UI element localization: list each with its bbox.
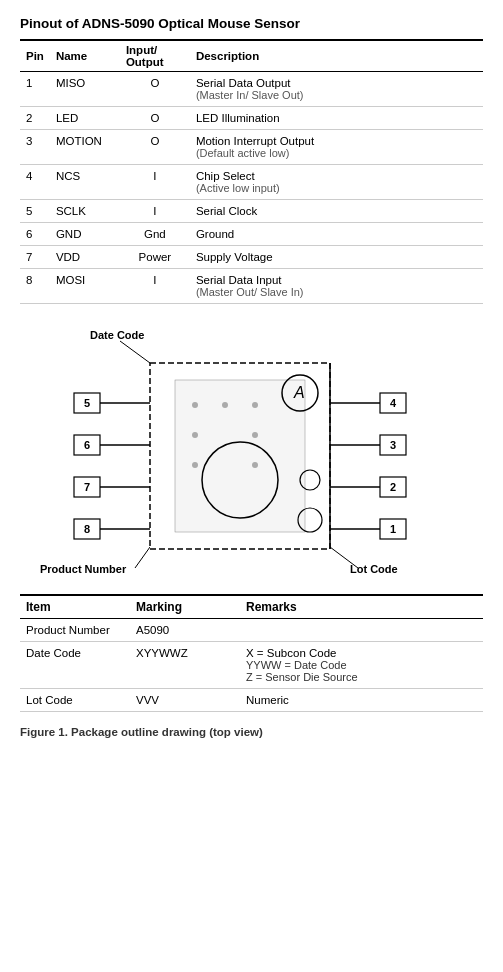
table-row: 1MISOOSerial Data Output(Master In/ Slav…	[20, 72, 483, 107]
cell-pin: 3	[20, 130, 50, 165]
cell-desc-sub: (Active low input)	[196, 182, 477, 194]
col-item: Item	[20, 595, 130, 619]
cell-pin: 5	[20, 200, 50, 223]
cell-pin: 1	[20, 72, 50, 107]
cell-desc-sub: (Master Out/ Slave In)	[196, 286, 477, 298]
figure-caption: Figure 1. Package outline drawing (top v…	[20, 726, 483, 738]
cell-io: I	[120, 200, 190, 223]
svg-point-10	[192, 402, 198, 408]
cell-io: I	[120, 269, 190, 304]
svg-text:1: 1	[390, 523, 396, 535]
col-name: Name	[50, 40, 120, 72]
remarks-line: X = Subcon Code	[246, 647, 477, 659]
remarks-line: YYWW = Date Code	[246, 659, 477, 671]
cell-io: O	[120, 72, 190, 107]
cell-desc: Serial Clock	[190, 200, 483, 223]
cell-io: Gnd	[120, 223, 190, 246]
cell-desc: Serial Data Input(Master Out/ Slave In)	[190, 269, 483, 304]
cell-name: MISO	[50, 72, 120, 107]
marking-row: Product NumberA5090	[20, 619, 483, 642]
table-row: 7VDDPowerSupply Voltage	[20, 246, 483, 269]
cell-item: Product Number	[20, 619, 130, 642]
svg-text:A: A	[293, 384, 305, 401]
marking-section: Item Marking Remarks Product NumberA5090…	[20, 594, 483, 712]
cell-io: O	[120, 130, 190, 165]
pinout-table: Pin Name Input/Output Description 1MISOO…	[20, 39, 483, 304]
ic-diagram: Date Code Product Number Lot Code A	[20, 320, 483, 590]
cell-marking: XYYWWZ	[130, 642, 240, 689]
svg-text:Product Number: Product Number	[40, 563, 127, 575]
cell-desc-sub: (Default active low)	[196, 147, 477, 159]
col-pin: Pin	[20, 40, 50, 72]
svg-point-11	[222, 402, 228, 408]
cell-io: I	[120, 165, 190, 200]
svg-point-14	[252, 432, 258, 438]
svg-point-12	[252, 402, 258, 408]
cell-name: GND	[50, 223, 120, 246]
svg-text:8: 8	[84, 523, 90, 535]
table-row: 8MOSIISerial Data Input(Master Out/ Slav…	[20, 269, 483, 304]
svg-line-1	[120, 341, 150, 363]
table-row: 3MOTIONOMotion Interrupt Output(Default …	[20, 130, 483, 165]
cell-remarks: X = Subcon CodeYYWW = Date CodeZ = Senso…	[240, 642, 483, 689]
svg-text:Date Code: Date Code	[90, 329, 144, 341]
cell-io: O	[120, 107, 190, 130]
cell-desc: Supply Voltage	[190, 246, 483, 269]
cell-name: MOTION	[50, 130, 120, 165]
cell-desc: Chip Select(Active low input)	[190, 165, 483, 200]
col-marking: Marking	[130, 595, 240, 619]
cell-marking: A5090	[130, 619, 240, 642]
cell-remarks	[240, 619, 483, 642]
cell-name: SCLK	[50, 200, 120, 223]
marking-row: Date CodeXYYWWZX = Subcon CodeYYWW = Dat…	[20, 642, 483, 689]
cell-desc: Motion Interrupt Output(Default active l…	[190, 130, 483, 165]
cell-remarks: Numeric	[240, 689, 483, 712]
cell-pin: 6	[20, 223, 50, 246]
svg-text:6: 6	[84, 439, 90, 451]
svg-line-5	[330, 547, 358, 568]
table-row: 6GNDGndGround	[20, 223, 483, 246]
col-remarks: Remarks	[240, 595, 483, 619]
cell-name: VDD	[50, 246, 120, 269]
cell-io: Power	[120, 246, 190, 269]
cell-name: NCS	[50, 165, 120, 200]
cell-item: Date Code	[20, 642, 130, 689]
table-row: 2LEDOLED Illumination	[20, 107, 483, 130]
cell-name: MOSI	[50, 269, 120, 304]
col-io: Input/Output	[120, 40, 190, 72]
svg-point-13	[192, 432, 198, 438]
svg-text:2: 2	[390, 481, 396, 493]
table-row: 4NCSIChip Select(Active low input)	[20, 165, 483, 200]
cell-pin: 7	[20, 246, 50, 269]
cell-desc: Ground	[190, 223, 483, 246]
svg-text:3: 3	[390, 439, 396, 451]
marking-row: Lot CodeVVVNumeric	[20, 689, 483, 712]
svg-text:5: 5	[84, 397, 90, 409]
cell-desc: Serial Data Output(Master In/ Slave Out)	[190, 72, 483, 107]
svg-text:4: 4	[390, 397, 397, 409]
remarks-line: Z = Sensor Die Source	[246, 671, 477, 683]
table-row: 5SCLKISerial Clock	[20, 200, 483, 223]
cell-pin: 8	[20, 269, 50, 304]
cell-pin: 2	[20, 107, 50, 130]
cell-desc: LED Illumination	[190, 107, 483, 130]
cell-desc-sub: (Master In/ Slave Out)	[196, 89, 477, 101]
section-title: Pinout of ADNS-5090 Optical Mouse Sensor	[20, 16, 483, 31]
svg-point-16	[252, 462, 258, 468]
svg-line-3	[135, 547, 150, 568]
diagram-svg: Date Code Product Number Lot Code A	[20, 320, 483, 590]
cell-item: Lot Code	[20, 689, 130, 712]
svg-text:7: 7	[84, 481, 90, 493]
svg-point-15	[192, 462, 198, 468]
cell-marking: VVV	[130, 689, 240, 712]
cell-pin: 4	[20, 165, 50, 200]
cell-name: LED	[50, 107, 120, 130]
marking-table: Item Marking Remarks Product NumberA5090…	[20, 594, 483, 712]
svg-text:Lot Code: Lot Code	[350, 563, 398, 575]
col-desc: Description	[190, 40, 483, 72]
